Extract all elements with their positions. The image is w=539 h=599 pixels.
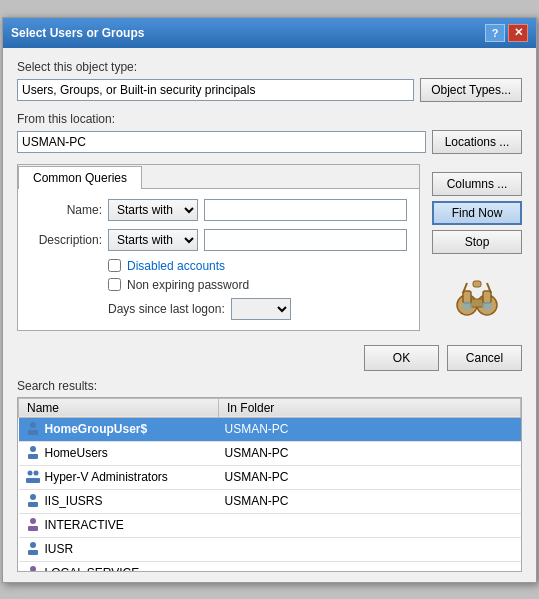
user-icon — [25, 564, 41, 572]
svg-rect-2 — [471, 299, 483, 307]
svg-point-5 — [462, 301, 472, 311]
tab-header: Common Queries — [18, 165, 419, 189]
svg-rect-23 — [28, 550, 38, 555]
svg-rect-12 — [28, 430, 38, 435]
table-row[interactable]: IUSR — [19, 537, 521, 561]
table-row[interactable]: LOCAL SERVICE — [19, 561, 521, 572]
table-header-row: Name In Folder — [19, 398, 521, 417]
binoculars-icon — [453, 279, 501, 319]
cell-folder — [219, 561, 521, 572]
right-buttons: Columns ... Find Now Stop — [424, 164, 522, 339]
svg-point-11 — [30, 422, 36, 428]
main-content-area: Common Queries Name: Starts with — [17, 164, 522, 339]
stop-button[interactable]: Stop — [432, 230, 522, 254]
desc-condition-select[interactable]: Starts with — [108, 229, 198, 251]
tab-content: Name: Starts with Description: Starts wi… — [18, 189, 419, 330]
cell-name-text: HomeUsers — [45, 445, 108, 459]
tab-panel: Common Queries Name: Starts with — [17, 164, 420, 331]
cell-name: Hyper-V Administrators — [19, 465, 219, 489]
ok-button[interactable]: OK — [364, 345, 439, 371]
cell-name: HomeGroupUser$ — [19, 417, 219, 441]
disabled-accounts-row: Disabled accounts — [108, 259, 407, 273]
user-icon — [25, 492, 41, 511]
bottom-buttons: OK Cancel — [17, 339, 522, 379]
results-container[interactable]: Name In Folder HomeGroupUser$USMAN-PCHom… — [17, 397, 522, 572]
non-expiring-label: Non expiring password — [127, 278, 249, 292]
table-row[interactable]: HomeGroupUser$USMAN-PC — [19, 417, 521, 441]
non-expiring-checkbox[interactable] — [108, 278, 121, 291]
dialog-select-users-groups: Select Users or Groups ? ✕ Select this o… — [2, 17, 537, 583]
user-icon — [25, 540, 41, 559]
cell-folder: USMAN-PC — [219, 489, 521, 513]
disabled-accounts-checkbox[interactable] — [108, 259, 121, 272]
svg-point-6 — [482, 301, 492, 311]
svg-rect-14 — [28, 454, 38, 459]
svg-point-13 — [30, 446, 36, 452]
search-results-label: Search results: — [17, 379, 522, 393]
cell-folder: USMAN-PC — [219, 465, 521, 489]
user-icon — [25, 444, 41, 463]
cancel-button[interactable]: Cancel — [447, 345, 522, 371]
svg-rect-21 — [28, 526, 38, 531]
svg-point-18 — [30, 494, 36, 500]
table-row[interactable]: INTERACTIVE — [19, 513, 521, 537]
days-row: Days since last logon: — [108, 298, 407, 320]
svg-point-20 — [30, 518, 36, 524]
tab-common-queries[interactable]: Common Queries — [18, 166, 142, 189]
cell-name-text: IIS_IUSRS — [45, 493, 103, 507]
non-expiring-row: Non expiring password — [108, 278, 407, 292]
name-row: Name: Starts with — [30, 199, 407, 221]
name-condition-select[interactable]: Starts with — [108, 199, 198, 221]
cell-name: IUSR — [19, 537, 219, 561]
object-type-row: Object Types... — [17, 78, 522, 102]
help-button[interactable]: ? — [485, 24, 505, 42]
svg-point-24 — [30, 566, 36, 572]
find-now-button[interactable]: Find Now — [432, 201, 522, 225]
results-table: Name In Folder HomeGroupUser$USMAN-PCHom… — [18, 398, 521, 572]
cell-name-text: INTERACTIVE — [45, 517, 124, 531]
object-types-button[interactable]: Object Types... — [420, 78, 522, 102]
table-row[interactable]: HomeUsersUSMAN-PC — [19, 441, 521, 465]
user-icon — [25, 468, 41, 487]
cell-name-text: LOCAL SERVICE — [45, 565, 140, 571]
col-folder-header: In Folder — [219, 398, 521, 417]
cell-folder — [219, 513, 521, 537]
object-type-input[interactable] — [17, 79, 414, 101]
cell-name: LOCAL SERVICE — [19, 561, 219, 572]
cell-name-text: Hyper-V Administrators — [45, 469, 168, 483]
close-button[interactable]: ✕ — [508, 24, 528, 42]
location-row: Locations ... — [17, 130, 522, 154]
svg-point-16 — [33, 470, 38, 475]
svg-rect-19 — [28, 502, 38, 507]
search-icon-area — [432, 269, 522, 319]
svg-rect-9 — [473, 281, 481, 287]
svg-rect-17 — [26, 478, 40, 483]
title-bar: Select Users or Groups ? ✕ — [3, 18, 536, 48]
cell-folder: USMAN-PC — [219, 417, 521, 441]
location-input[interactable] — [17, 131, 426, 153]
disabled-accounts-label[interactable]: Disabled accounts — [127, 259, 225, 273]
table-row[interactable]: IIS_IUSRSUSMAN-PC — [19, 489, 521, 513]
desc-value-input[interactable] — [204, 229, 407, 251]
table-row[interactable]: Hyper-V AdministratorsUSMAN-PC — [19, 465, 521, 489]
title-bar-buttons: ? ✕ — [485, 24, 528, 42]
columns-button[interactable]: Columns ... — [432, 172, 522, 196]
svg-point-15 — [27, 470, 32, 475]
dialog-title: Select Users or Groups — [11, 26, 144, 40]
cell-folder: USMAN-PC — [219, 441, 521, 465]
cell-folder — [219, 537, 521, 561]
cell-name-text: IUSR — [45, 541, 74, 555]
days-select[interactable] — [231, 298, 291, 320]
col-name-header: Name — [19, 398, 219, 417]
locations-button[interactable]: Locations ... — [432, 130, 522, 154]
object-type-label: Select this object type: — [17, 60, 522, 74]
cell-name: IIS_IUSRS — [19, 489, 219, 513]
name-value-input[interactable] — [204, 199, 407, 221]
cell-name: INTERACTIVE — [19, 513, 219, 537]
days-since-label: Days since last logon: — [108, 302, 225, 316]
dialog-body: Select this object type: Object Types...… — [3, 48, 536, 582]
description-row: Description: Starts with — [30, 229, 407, 251]
description-label: Description: — [30, 233, 102, 247]
user-icon — [25, 516, 41, 535]
name-label: Name: — [30, 203, 102, 217]
